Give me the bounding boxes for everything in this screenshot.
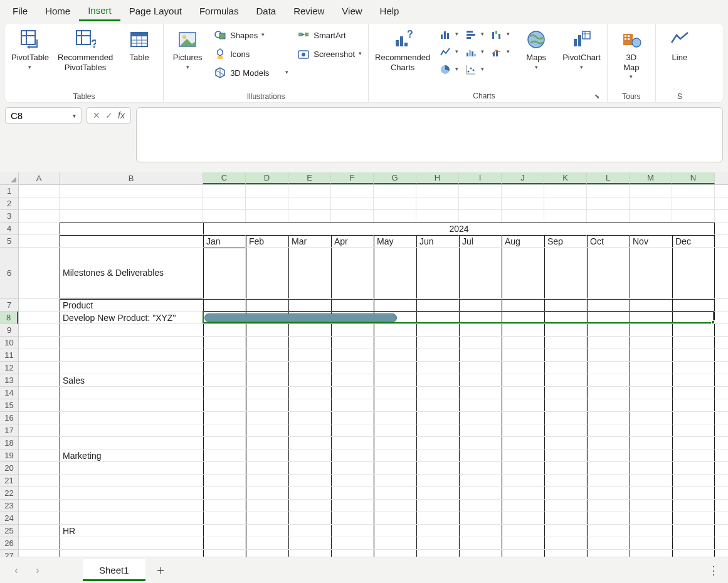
cell[interactable] <box>630 437 672 449</box>
maps-button[interactable]: Maps ▾ <box>519 28 554 70</box>
cell[interactable] <box>19 374 60 386</box>
cell[interactable] <box>19 525 60 537</box>
cell[interactable] <box>374 449 416 461</box>
cell[interactable] <box>459 349 502 361</box>
cell[interactable] <box>288 248 331 298</box>
recommended-pivottables-button[interactable]: ? Recommended PivotTables <box>58 28 113 72</box>
cell[interactable] <box>203 362 246 374</box>
cell[interactable]: Feb <box>246 235 288 247</box>
cell[interactable] <box>288 324 331 336</box>
cell[interactable] <box>416 324 459 336</box>
cell[interactable] <box>587 412 630 424</box>
cell[interactable] <box>672 462 715 474</box>
cell[interactable] <box>288 424 331 436</box>
cell[interactable] <box>19 399 60 411</box>
menu-insert[interactable]: Insert <box>79 1 120 21</box>
cell[interactable] <box>502 475 544 486</box>
cell[interactable] <box>331 462 374 474</box>
cell[interactable] <box>246 437 288 449</box>
cell[interactable] <box>544 387 587 399</box>
col-header[interactable]: A <box>19 172 60 184</box>
cell[interactable] <box>203 512 246 524</box>
col-header[interactable]: F <box>331 172 374 184</box>
menu-review[interactable]: Review <box>285 1 333 20</box>
cell[interactable] <box>374 399 416 411</box>
cell[interactable] <box>502 500 544 512</box>
col-header[interactable]: L <box>587 172 630 184</box>
cell[interactable] <box>288 412 331 424</box>
cell[interactable] <box>459 475 502 486</box>
cell[interactable] <box>331 487 374 499</box>
cell[interactable] <box>502 424 544 436</box>
sheet-nav-prev[interactable]: ‹ <box>9 563 24 578</box>
cell[interactable] <box>19 387 60 399</box>
cell[interactable]: Develop New Product: "XYZ" <box>60 312 203 323</box>
cell[interactable] <box>502 550 544 557</box>
cell[interactable] <box>587 437 630 449</box>
cell[interactable] <box>331 449 374 461</box>
cell[interactable] <box>672 399 715 411</box>
cell[interactable] <box>672 362 715 374</box>
cell[interactable] <box>203 349 246 361</box>
col-header[interactable]: E <box>288 172 331 184</box>
cell[interactable] <box>544 337 587 349</box>
cell[interactable] <box>630 387 672 399</box>
cell[interactable] <box>416 537 459 549</box>
cell[interactable] <box>630 449 672 461</box>
cell[interactable] <box>331 475 374 486</box>
cell[interactable] <box>587 462 630 474</box>
row-header[interactable]: 1 <box>0 185 18 197</box>
3d-map-button[interactable]: 3D Map ▾ <box>614 28 649 80</box>
pictures-button[interactable]: Pictures ▾ <box>170 28 205 70</box>
cell[interactable] <box>19 475 60 486</box>
cell[interactable] <box>416 550 459 557</box>
cell[interactable] <box>288 525 331 537</box>
cell[interactable] <box>203 374 246 386</box>
cell[interactable] <box>416 487 459 499</box>
cell[interactable] <box>288 537 331 549</box>
row-header[interactable]: 5 <box>0 235 18 248</box>
cell[interactable] <box>374 248 416 298</box>
cell[interactable] <box>19 349 60 361</box>
cell[interactable] <box>672 475 715 486</box>
cell[interactable] <box>672 387 715 399</box>
cell[interactable] <box>246 248 288 298</box>
cell[interactable] <box>502 337 544 349</box>
cell[interactable] <box>416 312 459 323</box>
cell[interactable] <box>459 324 502 336</box>
menu-formulas[interactable]: Formulas <box>191 1 248 20</box>
cell[interactable] <box>587 475 630 486</box>
cell[interactable] <box>416 185 459 197</box>
cell[interactable] <box>544 487 587 499</box>
cell[interactable] <box>672 197 715 209</box>
cell[interactable] <box>60 512 203 524</box>
cell[interactable] <box>288 387 331 399</box>
chart-column-button[interactable]: ▾ <box>439 28 458 41</box>
row-header[interactable]: 17 <box>0 424 18 437</box>
row-header[interactable]: 16 <box>0 412 18 424</box>
chart-waterfall-button[interactable]: ▾ <box>490 28 510 41</box>
cell[interactable] <box>587 362 630 374</box>
cell[interactable] <box>246 197 288 209</box>
cell[interactable] <box>416 349 459 361</box>
cell[interactable] <box>374 512 416 524</box>
cell[interactable] <box>288 550 331 557</box>
cell[interactable] <box>587 210 630 222</box>
cell[interactable] <box>60 349 203 361</box>
cell[interactable] <box>331 525 374 537</box>
cell[interactable] <box>60 437 203 449</box>
cell[interactable] <box>19 449 60 461</box>
cell[interactable] <box>502 525 544 537</box>
cell[interactable] <box>246 210 288 222</box>
cell[interactable] <box>60 337 203 349</box>
cell[interactable] <box>374 210 416 222</box>
row-header[interactable]: 12 <box>0 362 18 374</box>
cell[interactable] <box>544 424 587 436</box>
cell[interactable] <box>630 210 672 222</box>
cell[interactable] <box>331 500 374 512</box>
cell[interactable] <box>459 362 502 374</box>
cell[interactable] <box>544 449 587 461</box>
cell[interactable] <box>544 299 587 311</box>
cell[interactable] <box>60 462 203 474</box>
cell[interactable] <box>203 248 246 298</box>
